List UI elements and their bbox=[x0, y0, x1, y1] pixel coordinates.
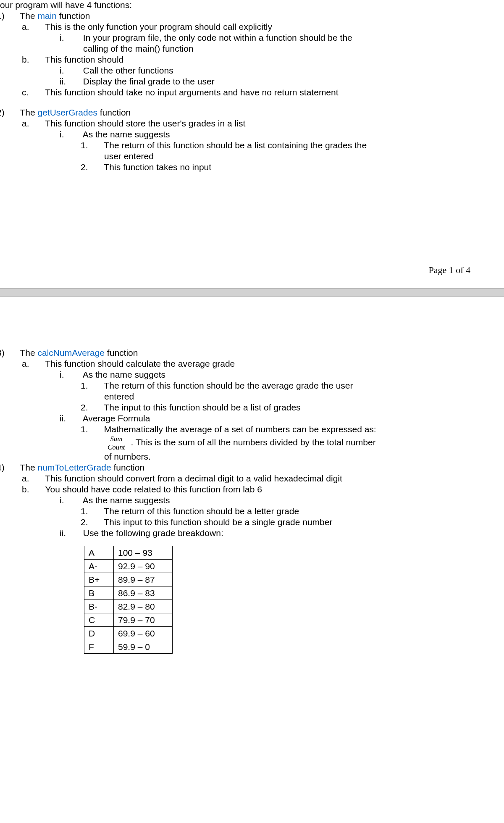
marker: b. bbox=[34, 484, 43, 494]
text: Mathematically the average of a set of n… bbox=[104, 424, 376, 434]
text: Average Formula bbox=[83, 413, 150, 423]
marker: 2. bbox=[92, 517, 102, 527]
marker: a. bbox=[34, 359, 43, 369]
text: This function should store the user's gr… bbox=[45, 118, 245, 128]
grade-range-cell: 100 – 93 bbox=[114, 546, 173, 560]
text: Call the other functions bbox=[83, 66, 173, 75]
table-row: B-82.9 – 80 bbox=[84, 600, 173, 613]
grade-letter-cell: F bbox=[84, 640, 114, 654]
marker: 2. bbox=[92, 402, 102, 413]
document-page-2: 3) The calcNumAverage function a. This f… bbox=[0, 297, 504, 666]
list-item-4b-i-1: 1. The return of this function should be… bbox=[0, 506, 496, 516]
text: user entered bbox=[104, 151, 154, 161]
grade-letter-cell: D bbox=[84, 627, 114, 640]
grade-letter-cell: B bbox=[84, 586, 114, 600]
list-item-3a-ii-1-formula: Sum Count . This is the sum of all the n… bbox=[0, 435, 496, 451]
marker: 1. bbox=[92, 424, 102, 434]
marker: i. bbox=[71, 66, 81, 76]
text: This function should convert from a deci… bbox=[45, 473, 342, 483]
table-row: B86.9 – 83 bbox=[84, 586, 173, 600]
text: As the name suggests bbox=[83, 495, 170, 505]
grade-letter-cell: A bbox=[84, 546, 114, 560]
grade-letter-cell: A- bbox=[84, 560, 114, 573]
list-item-3a-ii-1-cont: of numbers. bbox=[0, 452, 496, 462]
text: calling of the main() function bbox=[83, 44, 194, 53]
list-item-3: 3) The calcNumAverage function bbox=[0, 348, 496, 358]
grade-range-cell: 86.9 – 83 bbox=[114, 586, 173, 600]
text: The bbox=[20, 463, 37, 472]
funcname-getusergrades: getUserGrades bbox=[38, 108, 97, 117]
text: entered bbox=[104, 392, 134, 401]
page-2-content: 3) The calcNumAverage function a. This f… bbox=[0, 297, 504, 666]
marker: i. bbox=[71, 129, 81, 139]
marker: 1. bbox=[92, 506, 102, 516]
grade-range-cell: 92.9 – 90 bbox=[114, 560, 173, 573]
text: The return of this function should be a … bbox=[104, 140, 367, 150]
document-page-1: our program will have 4 functions: 1) Th… bbox=[0, 0, 504, 288]
list-item-3a-i-1: 1. The return of this function should be… bbox=[0, 381, 496, 391]
marker: b. bbox=[34, 55, 43, 65]
table-row: C79.9 – 70 bbox=[84, 613, 173, 627]
grade-range-cell: 82.9 – 80 bbox=[114, 600, 173, 613]
marker: 2) bbox=[8, 108, 18, 118]
text: This function should bbox=[45, 55, 123, 64]
fraction-denominator: Count bbox=[106, 443, 127, 451]
funcname-numtolettergrade: numToLetterGrade bbox=[38, 463, 111, 472]
list-item-4b-i-2: 2. This input to this function should be… bbox=[0, 517, 496, 527]
marker: a. bbox=[34, 22, 43, 32]
text: In your program file, the only code not … bbox=[83, 33, 352, 42]
grade-range-cell: 89.9 – 87 bbox=[114, 573, 173, 586]
marker: i. bbox=[71, 33, 81, 43]
marker: ii. bbox=[71, 76, 81, 87]
page-break bbox=[0, 288, 504, 297]
table-row: B+89.9 – 87 bbox=[84, 573, 173, 586]
text: The return of this function should be a … bbox=[104, 506, 299, 516]
text: This function takes no input bbox=[104, 162, 211, 172]
text: The bbox=[20, 108, 37, 117]
list-item-2a-i-1: 1. The return of this function should be… bbox=[0, 140, 496, 150]
fraction-numerator: Sum bbox=[106, 435, 127, 443]
text: function bbox=[57, 11, 90, 21]
marker: 3) bbox=[8, 348, 18, 358]
marker-1: 1) bbox=[8, 11, 18, 21]
list-item-1a-i-cont: calling of the main() function bbox=[0, 44, 496, 54]
list-item-1b: b. This function should bbox=[0, 55, 496, 65]
grade-letter-cell: B+ bbox=[84, 573, 114, 586]
text: of numbers. bbox=[104, 452, 151, 461]
marker: i. bbox=[71, 370, 81, 380]
marker: 1. bbox=[92, 140, 102, 150]
list-item-1: 1) The main function bbox=[0, 11, 496, 21]
marker: i. bbox=[71, 495, 81, 505]
grade-letter-cell: B- bbox=[84, 600, 114, 613]
list-item-3a-i-2: 2. The input to this function should be … bbox=[0, 402, 496, 413]
fraction: Sum Count bbox=[106, 435, 127, 451]
text: function bbox=[97, 108, 131, 117]
text: Use the following grade breakdown: bbox=[83, 528, 223, 538]
text: This function should take no input argum… bbox=[45, 87, 338, 97]
grade-range-cell: 59.9 – 0 bbox=[114, 640, 173, 654]
marker: a. bbox=[34, 473, 43, 484]
text: You should have code related to this fun… bbox=[45, 484, 262, 494]
text: The bbox=[20, 348, 37, 358]
text: The return of this function should be th… bbox=[104, 381, 353, 390]
marker: a. bbox=[34, 118, 43, 129]
marker: 1. bbox=[92, 381, 102, 391]
grade-breakdown-table: A100 – 93A-92.9 – 90B+89.9 – 87B86.9 – 8… bbox=[84, 546, 173, 654]
marker: c. bbox=[34, 87, 43, 97]
text: This is the only function your program s… bbox=[45, 22, 272, 32]
table-row: A100 – 93 bbox=[84, 546, 173, 560]
table-row: A-92.9 – 90 bbox=[84, 560, 173, 573]
funcname-calcnumaverage: calcNumAverage bbox=[38, 348, 105, 358]
text: As the name suggests bbox=[83, 129, 170, 139]
list-item-1a: a. This is the only function your progra… bbox=[0, 22, 496, 32]
list-item-2: 2) The getUserGrades function bbox=[0, 108, 496, 118]
list-item-4b-i: i. As the name suggests bbox=[0, 495, 496, 505]
table-row: F59.9 – 0 bbox=[84, 640, 173, 654]
list-item-4: 4) The numToLetterGrade function bbox=[0, 463, 496, 473]
text: function bbox=[105, 348, 138, 358]
list-item-2a-i: i. As the name suggests bbox=[0, 129, 496, 139]
page-footer: Page 1 of 4 bbox=[0, 248, 504, 288]
list-item-3a-ii: ii. Average Formula bbox=[0, 413, 496, 423]
grade-letter-cell: C bbox=[84, 613, 114, 627]
marker: 4) bbox=[8, 463, 18, 473]
